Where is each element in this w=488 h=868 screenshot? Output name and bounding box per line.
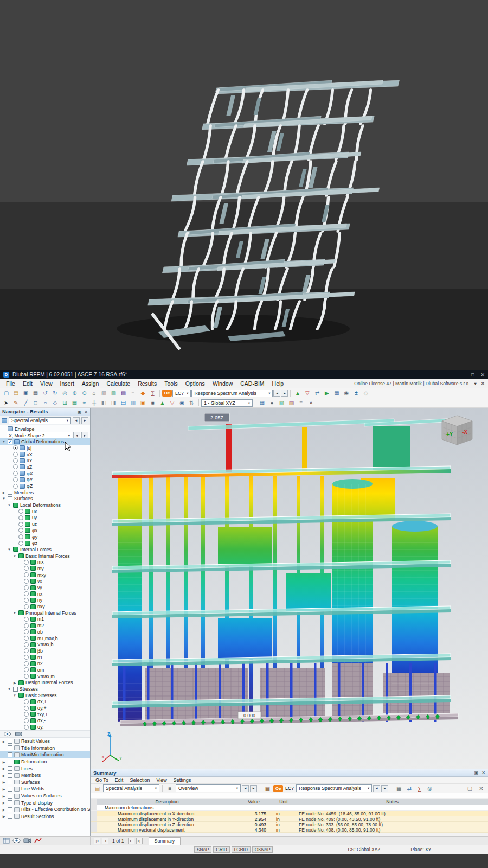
next-mode-button[interactable]: ▸ — [81, 432, 88, 439]
menu-view[interactable]: View — [36, 380, 56, 387]
tree-item-mx[interactable]: mx — [0, 559, 90, 565]
lists-icon[interactable]: ≡ — [129, 389, 138, 397]
tree-item--x[interactable]: φX — [0, 470, 90, 477]
radio-button[interactable] — [24, 667, 29, 672]
menu-tools[interactable]: Tools — [160, 380, 182, 387]
tree-item-nx[interactable]: nx — [0, 591, 90, 597]
radio-button[interactable] — [24, 591, 29, 596]
tree-item-type-of-display[interactable]: ▶Type of display — [0, 799, 90, 806]
menu-insert[interactable]: Insert — [56, 380, 78, 387]
mesh-icon[interactable]: ▦ — [70, 399, 79, 407]
tree-item-basic-stresses[interactable]: ▼Basic Stresses — [0, 692, 90, 699]
radio-button[interactable] — [24, 566, 29, 571]
search-icon[interactable]: ◎ — [425, 784, 434, 793]
checkbox[interactable] — [8, 739, 12, 744]
undo-icon[interactable]: ↺ — [41, 389, 50, 397]
tree-item-surfaces[interactable]: ▶Surfaces — [0, 779, 90, 786]
tree-item--y-[interactable]: σy,+ — [0, 705, 90, 711]
checkbox[interactable] — [8, 814, 12, 819]
radio-button[interactable] — [24, 648, 29, 653]
data-tab-icon[interactable] — [3, 838, 10, 844]
status-toggle-osnap[interactable]: OSNAP — [252, 846, 273, 853]
sum-icon[interactable]: ∑ — [415, 784, 424, 793]
checkbox[interactable] — [8, 807, 12, 812]
coordinate-system-indicator[interactable]: CS: Global XYZ — [348, 847, 380, 852]
tree-item-lines[interactable]: ▶Lines — [0, 765, 90, 772]
display-eye-icon[interactable] — [12, 838, 21, 844]
summary-menu-settings[interactable]: Settings — [171, 777, 194, 783]
tree-item-global-deformations[interactable]: ▼✓Global Deformations — [0, 438, 90, 445]
navigator-toggle-icon[interactable]: ▩ — [119, 389, 128, 397]
menu-assign[interactable]: Assign — [78, 380, 103, 387]
tree-item-vmax-m[interactable]: Vmax,m — [0, 673, 90, 680]
tree-item--b[interactable]: αb — [0, 629, 90, 635]
print-icon[interactable]: ▦ — [31, 389, 40, 397]
navigation-cube[interactable]: +Y -X — [442, 416, 472, 445]
workplane-yz-icon[interactable]: ◨ — [109, 399, 118, 407]
tree-item-values-on-surfaces[interactable]: ▶Values on Surfaces — [0, 793, 90, 800]
first-page-button[interactable]: |◂ — [94, 838, 100, 844]
mode-shape-selector[interactable]: X, Mode Shape 2▾ — [7, 432, 72, 439]
checkbox[interactable] — [8, 766, 12, 771]
expand-icon[interactable]: ▶ — [12, 681, 17, 685]
radio-button[interactable] — [24, 623, 29, 628]
checkbox[interactable] — [8, 745, 12, 750]
radio-button[interactable] — [24, 712, 29, 717]
tree-item--y[interactable]: φy — [0, 534, 90, 540]
tree-item-my[interactable]: my — [0, 565, 90, 572]
radio-button[interactable] — [24, 598, 29, 603]
minimize-button[interactable]: ─ — [461, 372, 465, 378]
prev-page-button[interactable]: ◂ — [102, 838, 108, 844]
expand-icon[interactable]: ▼ — [2, 497, 6, 500]
select-arrow-icon[interactable]: ➤ — [2, 399, 11, 407]
summary-lc-next-button[interactable]: ▸ — [381, 785, 388, 792]
radio-button[interactable] — [18, 509, 23, 514]
radio-button[interactable] — [18, 528, 23, 533]
view-x-icon[interactable]: ▤ — [119, 399, 128, 407]
expand-icon[interactable]: ▶ — [2, 490, 6, 494]
menu-window[interactable]: Window — [209, 380, 236, 387]
summary-next-button[interactable]: ▸ — [250, 785, 257, 792]
navigator-close-icon[interactable]: ✕ — [84, 410, 88, 414]
radio-button[interactable] — [13, 477, 18, 482]
view-options-icon[interactable]: ≡ — [297, 399, 306, 407]
tree-item-ux[interactable]: ux — [0, 508, 90, 515]
insert-node-icon[interactable]: ⊞ — [60, 399, 69, 407]
zoom-in-icon[interactable]: ⊕ — [70, 389, 79, 397]
pin-icon[interactable]: ▣ — [78, 410, 82, 414]
summary-menu-view[interactable]: View — [153, 777, 169, 783]
measure-icon[interactable]: ▨ — [287, 399, 296, 407]
prev-load-case-button[interactable]: ◂ — [273, 390, 280, 397]
radio-button[interactable] — [18, 534, 23, 539]
radio-button[interactable] — [18, 522, 23, 527]
tree-item-uz[interactable]: uz — [0, 521, 90, 527]
tree-item-uy[interactable]: uY — [0, 457, 90, 464]
expand-icon[interactable]: ▼ — [12, 554, 17, 558]
workplane-xy-icon[interactable]: ◧ — [99, 399, 108, 407]
checkbox[interactable] — [13, 687, 18, 692]
new-model-icon[interactable]: ▢ — [2, 389, 11, 397]
tree-item-nxy[interactable]: nxy — [0, 603, 90, 610]
edit-pencil-icon[interactable]: ✎ — [11, 399, 21, 407]
header-unit[interactable]: Unit — [271, 799, 297, 805]
expand-icon[interactable]: ▶ — [2, 767, 6, 770]
tree-item-result-values[interactable]: ▶Result Values — [0, 738, 90, 745]
tree-item--y-[interactable]: σy,- — [0, 724, 90, 730]
snap-icon[interactable]: ≈ — [80, 399, 89, 407]
radio-button[interactable] — [24, 636, 29, 641]
table-row[interactable]: Maximum vectorial displacement4.340inFE … — [91, 827, 488, 833]
summary-menu-goto[interactable]: Go To — [93, 777, 111, 783]
radio-button[interactable] — [13, 445, 18, 450]
radio-button[interactable] — [18, 541, 23, 546]
tree-item--u-[interactable]: |u| — [0, 445, 90, 451]
tree-item-members[interactable]: ▶Members — [0, 772, 90, 779]
tree-item--m[interactable]: αm — [0, 667, 90, 673]
draw-polygon-icon[interactable]: ◇ — [50, 399, 60, 407]
tree-item-members[interactable]: ▶Members — [0, 489, 90, 496]
radio-button[interactable] — [13, 452, 18, 457]
tree-item--xy-[interactable]: τxy,+ — [0, 711, 90, 718]
tree-item-n1[interactable]: n1 — [0, 654, 90, 661]
tab-summary[interactable]: Summary — [149, 837, 181, 845]
menu-calculate[interactable]: Calculate — [102, 380, 134, 387]
summary-view-combo[interactable]: Overview▾ — [176, 784, 241, 792]
